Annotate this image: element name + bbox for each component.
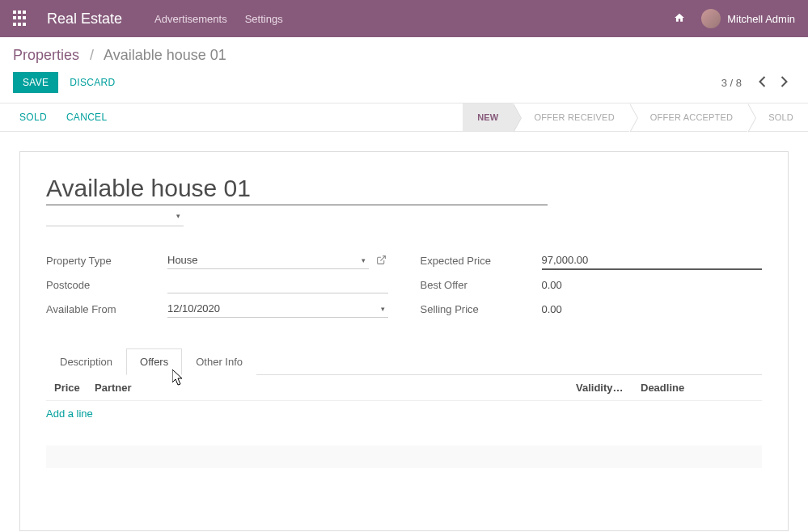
avatar bbox=[701, 9, 721, 28]
label-best-offer: Best Offer bbox=[421, 279, 542, 291]
sold-button[interactable]: Sold bbox=[19, 112, 47, 123]
step-sold[interactable]: Sold bbox=[747, 103, 808, 131]
postcode-input[interactable] bbox=[167, 276, 388, 293]
pager-next-icon[interactable] bbox=[773, 73, 795, 93]
col-validity[interactable]: Validity… bbox=[576, 382, 641, 394]
breadcrumb-row: Properties / Available house 01 bbox=[0, 37, 808, 72]
property-type-input[interactable] bbox=[167, 251, 369, 269]
step-offer-accepted[interactable]: Offer Accepted bbox=[629, 103, 747, 131]
label-postcode: Postcode bbox=[46, 279, 167, 291]
status-bar: Sold Cancel New Offer Received Offer Acc… bbox=[0, 103, 808, 132]
apps-icon[interactable] bbox=[13, 11, 29, 27]
action-bar: Save Discard 3 / 8 bbox=[0, 72, 808, 103]
main-navbar: Real Estate Advertisements Settings Mitc… bbox=[0, 0, 808, 37]
pager-count[interactable]: 3 / 8 bbox=[721, 77, 742, 89]
col-partner[interactable]: Partner bbox=[95, 382, 576, 394]
label-selling-price: Selling Price bbox=[421, 303, 542, 315]
save-button[interactable]: Save bbox=[13, 72, 58, 93]
caret-down-icon: ▾ bbox=[176, 212, 180, 220]
user-menu[interactable]: Mitchell Admin bbox=[701, 9, 795, 28]
add-line-link[interactable]: Add a line bbox=[46, 401, 762, 426]
external-link-icon[interactable] bbox=[376, 255, 387, 268]
cancel-button[interactable]: Cancel bbox=[66, 112, 107, 123]
tab-offers[interactable]: Offers bbox=[126, 348, 182, 375]
available-from-input[interactable] bbox=[167, 300, 388, 318]
selling-price-value: 0.00 bbox=[542, 301, 763, 318]
tags-select[interactable]: ▾ bbox=[46, 210, 184, 226]
col-deadline[interactable]: Deadline bbox=[641, 382, 754, 394]
step-new[interactable]: New bbox=[463, 103, 513, 131]
label-available-from: Available From bbox=[46, 303, 167, 315]
pager-prev-icon[interactable] bbox=[751, 73, 773, 93]
home-icon[interactable] bbox=[674, 12, 685, 26]
breadcrumb-sep: / bbox=[90, 47, 94, 63]
tabs: Description Offers Other Info bbox=[46, 348, 762, 375]
breadcrumb: Properties / Available house 01 bbox=[13, 47, 226, 64]
tab-other-info[interactable]: Other Info bbox=[182, 348, 256, 375]
discard-button[interactable]: Discard bbox=[70, 77, 115, 88]
table-spacer bbox=[46, 445, 762, 468]
form-sheet: ▾ Property Type ▾ Postcode bbox=[19, 151, 789, 531]
title-input[interactable] bbox=[46, 171, 548, 205]
expected-price-input[interactable] bbox=[542, 251, 763, 270]
nav-settings[interactable]: Settings bbox=[245, 13, 283, 25]
offers-table: Price Partner Validity… Deadline Add a l… bbox=[46, 375, 762, 498]
status-steps: New Offer Received Offer Accepted Sold bbox=[463, 103, 808, 131]
col-price[interactable]: Price bbox=[54, 382, 95, 394]
step-offer-received[interactable]: Offer Received bbox=[513, 103, 628, 131]
breadcrumb-current: Available house 01 bbox=[104, 47, 226, 63]
tab-description[interactable]: Description bbox=[46, 348, 126, 375]
user-name: Mitchell Admin bbox=[727, 13, 795, 25]
breadcrumb-root[interactable]: Properties bbox=[13, 47, 79, 63]
label-expected-price: Expected Price bbox=[421, 255, 542, 267]
pager: 3 / 8 bbox=[721, 73, 795, 93]
nav-advertisements[interactable]: Advertisements bbox=[154, 13, 227, 25]
offers-table-header: Price Partner Validity… Deadline bbox=[46, 375, 762, 401]
label-property-type: Property Type bbox=[46, 255, 167, 267]
app-brand[interactable]: Real Estate bbox=[47, 11, 122, 27]
best-offer-value: 0.00 bbox=[542, 277, 763, 293]
